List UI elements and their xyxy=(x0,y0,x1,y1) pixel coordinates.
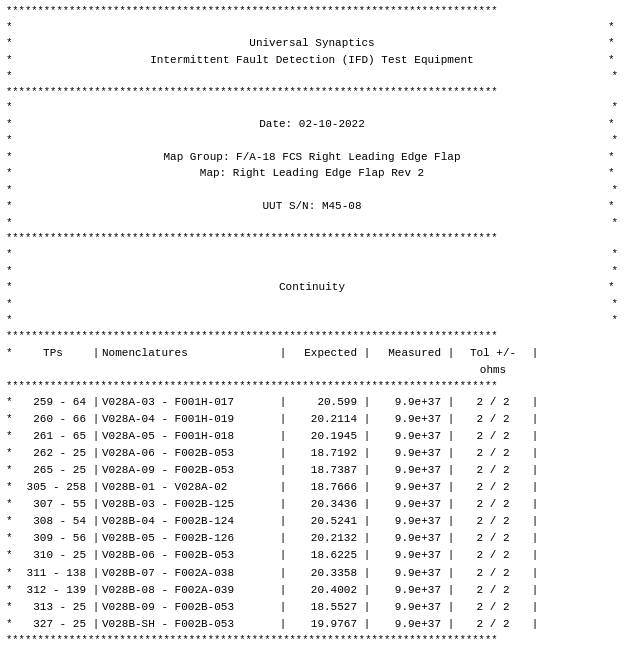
row-sep1: | xyxy=(90,616,102,633)
row-meas: 9.9e+37 xyxy=(373,411,445,428)
col-tol-header: Tol +/- ohms xyxy=(457,345,529,379)
row-sep3: | xyxy=(361,599,373,616)
row-tps: 327 - 25 xyxy=(20,616,90,633)
row-meas: 9.9e+37 xyxy=(373,479,445,496)
row-nom: V028A-06 - F002B-053 xyxy=(102,445,277,462)
row-nom: V028A-05 - F001H-018 xyxy=(102,428,277,445)
row-sep5: | xyxy=(529,565,541,582)
row-sep1: | xyxy=(90,445,102,462)
table-row: * 309 - 56 | V028B-05 - F002B-126 | 20.2… xyxy=(6,530,618,547)
row-sep5: | xyxy=(529,616,541,633)
row-tol: 2 / 2 xyxy=(457,394,529,411)
row-nom: V028B-09 - F002B-053 xyxy=(102,599,277,616)
star-right: * xyxy=(608,35,618,52)
map-group: Map Group: F/A-18 FCS Right Leading Edge… xyxy=(16,149,608,166)
row-sep4: | xyxy=(445,428,457,445)
row-nom: V028B-04 - F002B-124 xyxy=(102,513,277,530)
row-sep4: | xyxy=(445,479,457,496)
star-left2: * xyxy=(6,52,16,69)
table-row: * 261 - 65 | V028A-05 - F001H-018 | 20.1… xyxy=(6,428,618,445)
table-row: * 260 - 66 | V028A-04 - F001H-019 | 20.2… xyxy=(6,411,618,428)
row-star: * xyxy=(6,599,20,616)
row-tps: 312 - 139 xyxy=(20,582,90,599)
row-sep3: | xyxy=(361,479,373,496)
uut-sn: UUT S/N: M45-08 xyxy=(16,198,608,215)
row-sep4: | xyxy=(445,547,457,564)
row-tol: 2 / 2 xyxy=(457,496,529,513)
row-tol: 2 / 2 xyxy=(457,462,529,479)
row-sep1: | xyxy=(90,462,102,479)
date-label: Date: 02-10-2022 xyxy=(16,116,608,133)
row-meas: 9.9e+37 xyxy=(373,496,445,513)
row-sep4: | xyxy=(445,462,457,479)
row-star: * xyxy=(6,462,20,479)
table-row: * 305 - 258 | V028B-01 - V028A-02 | 18.7… xyxy=(6,479,618,496)
row-meas: 9.9e+37 xyxy=(373,582,445,599)
row-sep2: | xyxy=(277,530,289,547)
row-sep1: | xyxy=(90,479,102,496)
row-meas: 9.9e+37 xyxy=(373,616,445,633)
row-nom: V028B-SH - F002B-053 xyxy=(102,616,277,633)
row-exp: 20.3436 xyxy=(289,496,361,513)
row-sep3: | xyxy=(361,462,373,479)
row-tps: 310 - 25 xyxy=(20,547,90,564)
col-border: ****************************************… xyxy=(6,379,618,394)
row-star: * xyxy=(6,445,20,462)
row-sep4: | xyxy=(445,616,457,633)
row-meas: 9.9e+37 xyxy=(373,599,445,616)
row-sep5: | xyxy=(529,479,541,496)
row-sep2: | xyxy=(277,428,289,445)
row-tol: 2 / 2 xyxy=(457,599,529,616)
row-sep2: | xyxy=(277,394,289,411)
row-tps: 311 - 138 xyxy=(20,565,90,582)
row-nom: V028B-01 - V028A-02 xyxy=(102,479,277,496)
table-row: * 312 - 139 | V028B-08 - F002A-039 | 20.… xyxy=(6,582,618,599)
row-nom: V028B-05 - F002B-126 xyxy=(102,530,277,547)
row-sep3: | xyxy=(361,530,373,547)
row-sep4: | xyxy=(445,394,457,411)
row-sep5: | xyxy=(529,547,541,564)
row-star: * xyxy=(6,411,20,428)
map-name: Map: Right Leading Edge Flap Rev 2 xyxy=(16,165,608,182)
star-left: * xyxy=(6,35,16,52)
row-sep2: | xyxy=(277,462,289,479)
row-sep4: | xyxy=(445,513,457,530)
row-sep5: | xyxy=(529,445,541,462)
row-sep1: | xyxy=(90,428,102,445)
row-star: * xyxy=(6,547,20,564)
row-sep5: | xyxy=(529,530,541,547)
row-exp: 18.6225 xyxy=(289,547,361,564)
row-sep2: | xyxy=(277,445,289,462)
row-tps: 259 - 64 xyxy=(20,394,90,411)
row-sep4: | xyxy=(445,411,457,428)
row-exp: 20.4002 xyxy=(289,582,361,599)
col-sep4-header: | xyxy=(445,345,457,379)
row-sep3: | xyxy=(361,582,373,599)
row-sep5: | xyxy=(529,394,541,411)
row-tol: 2 / 2 xyxy=(457,445,529,462)
row-sep5: | xyxy=(529,462,541,479)
star-date-r: * xyxy=(608,116,618,133)
row-sep3: | xyxy=(361,547,373,564)
col-nom-header: Nomenclatures xyxy=(102,345,277,379)
row-sep4: | xyxy=(445,565,457,582)
col-sep5-header: | xyxy=(529,345,541,379)
row-sep1: | xyxy=(90,565,102,582)
table-row: * 313 - 25 | V028B-09 - F002B-053 | 18.5… xyxy=(6,599,618,616)
star-right2: * xyxy=(608,52,618,69)
table-row: * 259 - 64 | V028A-03 - F001H-017 | 20.5… xyxy=(6,394,618,411)
cont-bot-border: ****************************************… xyxy=(6,633,618,648)
col-sep1-header: | xyxy=(90,345,102,379)
row-tol: 2 / 2 xyxy=(457,428,529,445)
row-tps: 260 - 66 xyxy=(20,411,90,428)
row-tol: 2 / 2 xyxy=(457,547,529,564)
row-tps: 307 - 55 xyxy=(20,496,90,513)
row-meas: 9.9e+37 xyxy=(373,565,445,582)
table-header-row: * TPs | Nomenclatures | Expected | Measu… xyxy=(6,345,618,379)
row-sep2: | xyxy=(277,599,289,616)
row-nom: V028B-08 - F002A-039 xyxy=(102,582,277,599)
row-star: * xyxy=(6,394,20,411)
row-nom: V028B-06 - F002B-053 xyxy=(102,547,277,564)
row-star: * xyxy=(6,513,20,530)
row-exp: 20.2114 xyxy=(289,411,361,428)
